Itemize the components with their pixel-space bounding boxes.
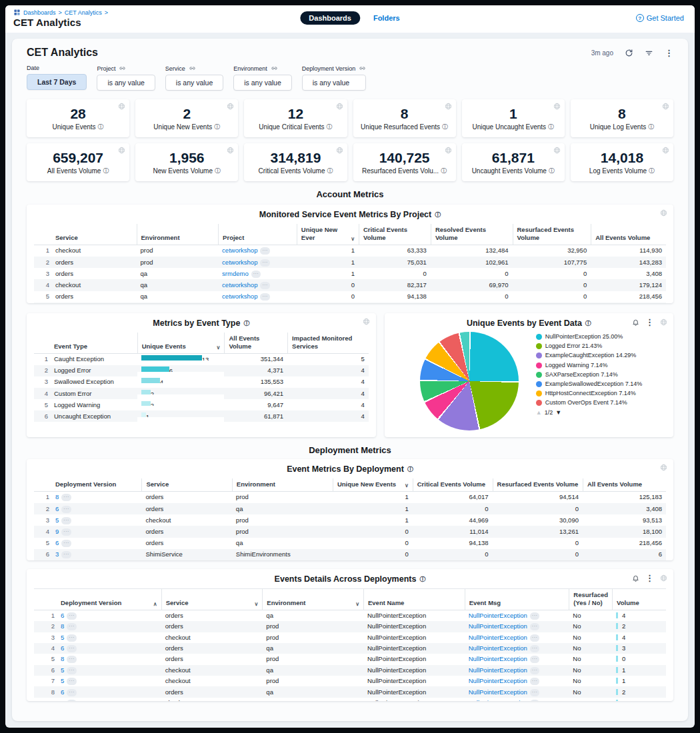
ellipsis-badge[interactable]: ··· bbox=[530, 700, 540, 701]
column-header-service[interactable]: Service bbox=[141, 478, 231, 492]
filter-value-chip[interactable]: is any value bbox=[233, 75, 291, 91]
sort-desc-icon[interactable]: ∨ bbox=[348, 236, 355, 242]
column-header-environment[interactable]: Environment bbox=[232, 478, 333, 492]
info-icon[interactable]: ⓘ bbox=[442, 123, 448, 131]
bell-icon[interactable] bbox=[632, 319, 639, 326]
sort-desc-icon[interactable]: ∨ bbox=[402, 482, 409, 488]
triangle-up-icon[interactable]: ▲ bbox=[536, 409, 542, 416]
cell-link[interactable]: 5 bbox=[61, 677, 64, 684]
cell-link[interactable]: NullPointerException bbox=[469, 699, 527, 701]
sort-desc-icon[interactable]: ∨ bbox=[214, 345, 221, 351]
ellipsis-badge[interactable]: ··· bbox=[530, 612, 540, 620]
column-header-resurfaced-events-volume[interactable]: Resurfaced Events Volume bbox=[513, 224, 591, 245]
info-icon[interactable]: ⓘ bbox=[98, 123, 104, 131]
ellipsis-badge[interactable]: ··· bbox=[530, 678, 540, 685]
tab-folders[interactable]: Folders bbox=[373, 14, 400, 22]
cell-link[interactable]: NullPointerException bbox=[469, 666, 527, 674]
info-icon[interactable]: ⓘ bbox=[441, 167, 447, 175]
ellipsis-badge[interactable]: ··· bbox=[67, 667, 77, 674]
filter-value-chip[interactable]: Last 7 Days bbox=[27, 74, 87, 90]
ellipsis-badge[interactable]: ··· bbox=[530, 634, 540, 642]
tab-dashboards[interactable]: Dashboards bbox=[300, 11, 360, 25]
column-header-environment[interactable]: Environment bbox=[137, 224, 219, 245]
column-header-all-events-volume[interactable]: All Events Volume bbox=[583, 478, 666, 492]
cell-link[interactable]: srmdemo bbox=[222, 270, 249, 277]
sort-desc-icon[interactable]: ∨ bbox=[353, 601, 359, 607]
ellipsis-badge[interactable]: ··· bbox=[61, 494, 71, 501]
cell-link[interactable]: 9 bbox=[55, 528, 59, 535]
column-header-resurfaced-events-volume[interactable]: Resurfaced Events Volume bbox=[493, 478, 583, 492]
triangle-down-icon[interactable]: ▼ bbox=[555, 409, 561, 416]
ellipsis-badge[interactable]: ··· bbox=[61, 528, 71, 536]
cell-link[interactable]: 5 bbox=[55, 516, 59, 524]
cell-link[interactable]: NullPointerException bbox=[469, 622, 527, 630]
legend-item[interactable]: Logged Error 21.43% bbox=[536, 343, 655, 351]
cell-link[interactable]: NullPointerException bbox=[469, 677, 527, 684]
legend-item[interactable]: ExampleSwallowedException 7.14% bbox=[536, 380, 655, 388]
sort-asc-icon[interactable]: ∧ bbox=[151, 601, 157, 607]
ellipsis-badge[interactable]: ··· bbox=[67, 656, 77, 663]
cell-link[interactable]: NullPointerException bbox=[469, 612, 527, 619]
ellipsis-badge[interactable]: ··· bbox=[530, 645, 540, 652]
column-header-resolved-events-volume[interactable]: Resolved Events Volume bbox=[431, 224, 513, 245]
cell-link[interactable]: 6 bbox=[55, 505, 59, 512]
info-icon[interactable]: ⓘ bbox=[548, 123, 554, 131]
ellipsis-badge[interactable]: ··· bbox=[67, 645, 77, 652]
ellipsis-badge[interactable]: ··· bbox=[67, 612, 77, 620]
cell-link[interactable]: 5 bbox=[61, 634, 64, 641]
info-icon[interactable]: ⓘ bbox=[435, 211, 441, 219]
sort-desc-icon[interactable]: ∨ bbox=[251, 601, 258, 607]
info-icon[interactable]: ⓘ bbox=[649, 167, 655, 175]
column-header-volume[interactable]: Volume bbox=[612, 588, 666, 610]
cell-link[interactable]: 8 bbox=[61, 622, 64, 630]
column-header-deployment-version[interactable]: Deployment Version∧ bbox=[57, 588, 161, 610]
get-started-link[interactable]: ? Get Started bbox=[636, 14, 684, 22]
pie-chart[interactable] bbox=[420, 332, 519, 430]
column-header-impacted-monitored-services[interactable]: Impacted Monitored Services bbox=[287, 333, 369, 354]
column-header-unique-events[interactable]: Unique Events∨ bbox=[137, 333, 225, 354]
filter-value-chip[interactable]: is any value bbox=[165, 75, 223, 91]
info-icon[interactable]: ⓘ bbox=[585, 319, 591, 328]
cell-link[interactable]: cetworkshop bbox=[222, 247, 257, 254]
ellipsis-badge[interactable]: ··· bbox=[251, 271, 261, 278]
ellipsis-badge[interactable]: ··· bbox=[260, 259, 270, 267]
legend-item[interactable]: ExampleCaughtException 14.29% bbox=[536, 352, 655, 360]
ellipsis-badge[interactable]: ··· bbox=[67, 678, 77, 685]
column-header-all-events-volume[interactable]: All Events Volume bbox=[591, 224, 666, 245]
legend-item[interactable]: Logged Warning 7.14% bbox=[536, 362, 655, 370]
cell-link[interactable]: 6 bbox=[61, 612, 64, 619]
legend-item[interactable]: Custom OverOps Event 7.14% bbox=[536, 399, 655, 407]
column-header-unique-new-events[interactable]: Unique New Events∨ bbox=[333, 478, 413, 492]
column-header-all-events-volume[interactable]: All Events Volume bbox=[224, 333, 287, 354]
cell-link[interactable]: 3 bbox=[55, 550, 59, 558]
ellipsis-badge[interactable]: ··· bbox=[530, 689, 540, 696]
cell-link[interactable]: 5 bbox=[61, 666, 64, 674]
ellipsis-badge[interactable]: ··· bbox=[61, 506, 71, 513]
bell-icon[interactable] bbox=[632, 574, 639, 582]
ellipsis-badge[interactable]: ··· bbox=[530, 667, 540, 674]
column-header-critical-events-volume[interactable]: Critical Events Volume bbox=[413, 478, 493, 492]
info-icon[interactable]: ⓘ bbox=[407, 465, 413, 474]
ellipsis-badge[interactable]: ··· bbox=[67, 700, 77, 701]
cell-link[interactable]: NullPointerException bbox=[469, 634, 527, 641]
cell-link[interactable]: 6 bbox=[61, 688, 64, 696]
column-header-resurfaced[interactable]: Resurfaced(Yes / No) bbox=[569, 588, 612, 610]
filter-value-chip[interactable]: is any value bbox=[302, 75, 367, 91]
column-header-service[interactable]: Service∨ bbox=[161, 588, 263, 610]
ellipsis-badge[interactable]: ··· bbox=[67, 623, 77, 630]
column-header-deployment-version[interactable]: Deployment Version bbox=[51, 478, 141, 492]
column-header-event-type[interactable]: Event Type bbox=[50, 333, 137, 354]
column-header-unique-new-ever[interactable]: Unique New Ever∨ bbox=[297, 224, 359, 245]
cell-link[interactable]: NullPointerException bbox=[469, 655, 527, 662]
cell-link[interactable]: 6 bbox=[55, 539, 59, 546]
info-icon[interactable]: ⓘ bbox=[103, 167, 109, 175]
info-icon[interactable]: ⓘ bbox=[214, 123, 220, 131]
info-icon[interactable]: ⓘ bbox=[419, 575, 425, 584]
cell-link[interactable]: 8 bbox=[61, 655, 64, 662]
breadcrumb-dashboards[interactable]: Dashboards bbox=[23, 9, 56, 16]
ellipsis-badge[interactable]: ··· bbox=[61, 540, 71, 547]
cell-link[interactable]: NullPointerException bbox=[469, 644, 527, 652]
ellipsis-badge[interactable]: ··· bbox=[260, 282, 270, 289]
info-icon[interactable]: ⓘ bbox=[648, 123, 654, 131]
breadcrumb-cet-analytics[interactable]: CET Analytics bbox=[65, 9, 102, 16]
